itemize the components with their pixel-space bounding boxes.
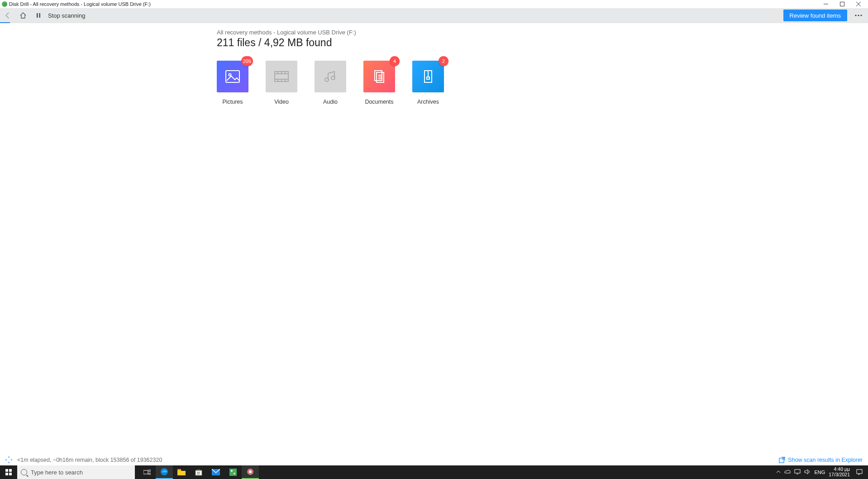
taskbar-app-generic1[interactable] [224,465,242,479]
video-icon [274,69,289,84]
svg-rect-29 [427,77,429,79]
more-menu-button[interactable] [852,8,865,23]
tile-pictures[interactable]: 205 Pictures [217,61,248,105]
tile-audio[interactable]: Audio [315,61,346,105]
tile-documents[interactable]: 4 Documents [363,61,395,105]
svg-rect-44 [199,474,200,475]
review-found-items-label: Review found items [790,12,841,19]
breadcrumb: All recovery methods - Logical volume US… [217,29,868,36]
svg-rect-33 [5,473,8,475]
tile-video[interactable]: Video [266,61,297,105]
stop-scanning-label[interactable]: Stop scanning [48,12,85,19]
taskbar-app-edge[interactable] [156,465,173,479]
documents-icon [372,69,387,84]
start-button[interactable] [0,465,17,479]
search-placeholder: Type here to search [31,469,83,476]
archives-icon [420,69,436,84]
taskbar-app-mail[interactable] [207,465,224,479]
scan-progress-indicator [0,22,10,23]
badge-archives: 2 [439,56,448,66]
back-button[interactable] [0,8,15,23]
tray-language[interactable]: ENG [814,469,825,475]
tile-documents-label: Documents [365,99,393,105]
tile-video-label: Video [274,99,289,105]
tray-date: 17/3/2021 [829,472,850,478]
pause-button[interactable] [31,8,46,23]
taskbar-search[interactable]: Type here to search [17,465,135,479]
review-found-items-button[interactable]: Review found items [783,10,847,21]
svg-rect-51 [795,469,800,473]
svg-rect-37 [149,473,151,475]
svg-point-10 [229,74,231,76]
tray-clock[interactable]: 4:40 μμ 17/3/2021 [829,467,850,477]
status-bar: <1m elapsed, ~0h16m remain, block 153856… [0,455,868,465]
svg-rect-4 [37,13,38,18]
tray-onedrive-icon[interactable] [784,469,791,475]
badge-pictures: 205 [241,56,253,66]
window-titlebar: Disk Drill - All recovery methods - Logi… [0,0,868,8]
windows-taskbar: Type here to search ENG 4:40 μ [0,465,868,479]
svg-point-6 [855,14,856,16]
svg-point-50 [249,470,252,473]
show-results-in-explorer-link[interactable]: Show scan results in Explorer [779,457,863,463]
app-icon [2,1,7,7]
taskbar-app-explorer[interactable] [173,465,190,479]
window-title: Disk Drill - All recovery methods - Logi… [9,1,151,7]
svg-rect-41 [197,472,199,473]
svg-rect-34 [9,473,12,475]
svg-rect-39 [177,469,181,470]
svg-rect-31 [5,469,8,472]
status-text: <1m elapsed, ~0h16m remain, block 153856… [17,457,162,463]
tile-audio-label: Audio [323,99,338,105]
scan-summary: 211 files / 4,92 MB found [217,37,868,49]
svg-rect-46 [229,469,237,476]
svg-point-7 [858,14,859,16]
show-results-label: Show scan results in Explorer [788,457,863,463]
svg-rect-32 [9,469,12,472]
category-tiles: 205 Pictures Video Audio 4 Documents [217,61,868,105]
taskbar-app-store[interactable] [190,465,207,479]
audio-icon [323,69,338,84]
tile-pictures-label: Pictures [222,99,243,105]
badge-documents: 4 [390,56,400,66]
tile-archives[interactable]: 2 Archives [412,61,444,105]
task-view-button[interactable] [138,465,156,479]
window-maximize-button[interactable] [838,1,846,7]
spinner-icon [5,456,13,464]
svg-rect-35 [143,470,148,474]
tray-chevron-icon[interactable] [776,469,781,475]
home-button[interactable] [15,8,31,23]
search-icon [21,469,27,475]
svg-point-47 [231,470,233,472]
tile-archives-label: Archives [417,99,439,105]
svg-rect-1 [840,2,844,6]
svg-rect-43 [197,474,199,475]
window-close-button[interactable] [854,1,863,7]
svg-rect-36 [149,469,151,471]
tray-volume-icon[interactable] [804,469,811,475]
svg-point-8 [860,14,862,16]
tray-notifications-button[interactable] [854,465,865,479]
svg-rect-40 [196,470,202,475]
taskbar-app-diskdrill[interactable] [242,465,259,479]
content-area: All recovery methods - Logical volume US… [217,29,868,105]
external-link-icon [779,457,785,463]
svg-rect-42 [199,472,200,473]
toolbar: Stop scanning Review found items [0,8,868,23]
pictures-icon [225,69,240,84]
tray-network-icon[interactable] [794,469,801,475]
svg-rect-5 [39,13,41,18]
svg-point-48 [234,473,235,474]
svg-rect-53 [857,469,862,474]
window-minimize-button[interactable] [822,1,830,7]
svg-rect-9 [226,71,239,82]
